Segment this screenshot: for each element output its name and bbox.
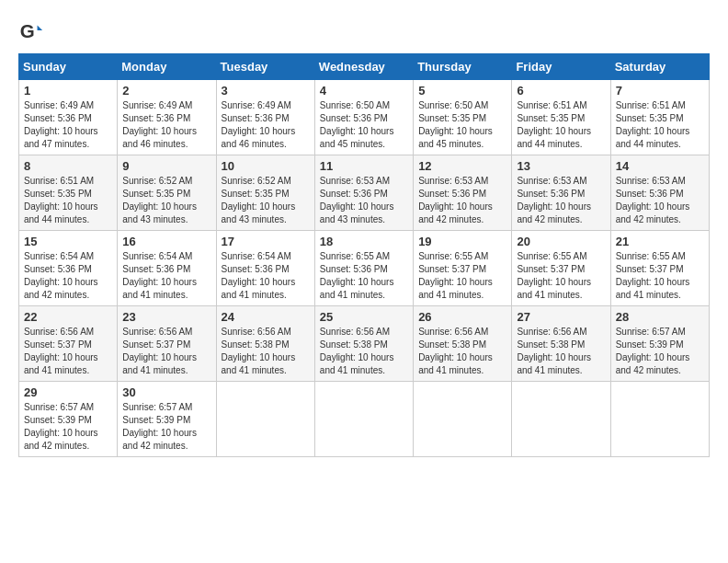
calendar-cell bbox=[216, 382, 314, 457]
calendar-week-row: 22Sunrise: 6:56 AMSunset: 5:37 PMDayligh… bbox=[19, 306, 710, 382]
cell-text: Sunrise: 6:54 AMSunset: 5:36 PMDaylight:… bbox=[24, 251, 98, 300]
cell-text: Sunrise: 6:55 AMSunset: 5:36 PMDaylight:… bbox=[320, 251, 394, 300]
calendar-header-row: SundayMondayTuesdayWednesdayThursdayFrid… bbox=[19, 54, 710, 80]
cell-text: Sunrise: 6:56 AMSunset: 5:38 PMDaylight:… bbox=[517, 327, 591, 375]
calendar-cell: 20Sunrise: 6:55 AMSunset: 5:37 PMDayligh… bbox=[512, 231, 610, 306]
cell-text: Sunrise: 6:57 AMSunset: 5:39 PMDaylight:… bbox=[24, 402, 98, 451]
day-number: 6 bbox=[517, 84, 605, 98]
calendar-day-header: Tuesday bbox=[216, 54, 314, 80]
cell-text: Sunrise: 6:57 AMSunset: 5:39 PMDaylight:… bbox=[122, 402, 197, 451]
calendar-cell: 24Sunrise: 6:56 AMSunset: 5:38 PMDayligh… bbox=[216, 306, 314, 382]
day-number: 3 bbox=[222, 84, 310, 98]
calendar-cell: 17Sunrise: 6:54 AMSunset: 5:36 PMDayligh… bbox=[216, 231, 314, 306]
calendar-cell: 25Sunrise: 6:56 AMSunset: 5:38 PMDayligh… bbox=[314, 306, 413, 382]
calendar-cell: 9Sunrise: 6:52 AMSunset: 5:35 PMDaylight… bbox=[118, 155, 216, 231]
day-number: 22 bbox=[24, 310, 112, 324]
cell-text: Sunrise: 6:54 AMSunset: 5:36 PMDaylight:… bbox=[122, 251, 197, 300]
calendar-day-header: Monday bbox=[118, 54, 216, 80]
day-number: 12 bbox=[418, 159, 506, 173]
cell-text: Sunrise: 6:56 AMSunset: 5:38 PMDaylight:… bbox=[418, 327, 493, 375]
cell-text: Sunrise: 6:50 AMSunset: 5:35 PMDaylight:… bbox=[418, 100, 493, 149]
day-number: 2 bbox=[122, 84, 210, 98]
calendar-cell: 22Sunrise: 6:56 AMSunset: 5:37 PMDayligh… bbox=[19, 306, 118, 382]
calendar-cell: 16Sunrise: 6:54 AMSunset: 5:36 PMDayligh… bbox=[118, 231, 216, 306]
day-number: 7 bbox=[616, 84, 704, 98]
cell-text: Sunrise: 6:51 AMSunset: 5:35 PMDaylight:… bbox=[616, 100, 690, 149]
calendar-cell: 29Sunrise: 6:57 AMSunset: 5:39 PMDayligh… bbox=[19, 382, 118, 457]
day-number: 29 bbox=[24, 385, 112, 399]
day-number: 20 bbox=[517, 235, 605, 248]
day-number: 25 bbox=[320, 310, 408, 324]
day-number: 4 bbox=[320, 84, 408, 98]
cell-text: Sunrise: 6:56 AMSunset: 5:38 PMDaylight:… bbox=[320, 327, 394, 375]
day-number: 14 bbox=[616, 159, 704, 173]
calendar-cell bbox=[414, 382, 512, 457]
calendar-cell: 1Sunrise: 6:49 AMSunset: 5:36 PMDaylight… bbox=[19, 80, 118, 155]
calendar-day-header: Wednesday bbox=[314, 54, 413, 80]
day-number: 23 bbox=[122, 310, 210, 324]
day-number: 28 bbox=[616, 310, 704, 324]
calendar-cell: 6Sunrise: 6:51 AMSunset: 5:35 PMDaylight… bbox=[512, 80, 610, 155]
calendar-day-header: Saturday bbox=[610, 54, 709, 80]
calendar-day-header: Thursday bbox=[414, 54, 512, 80]
cell-text: Sunrise: 6:49 AMSunset: 5:36 PMDaylight:… bbox=[122, 100, 197, 149]
calendar-cell: 10Sunrise: 6:52 AMSunset: 5:35 PMDayligh… bbox=[216, 155, 314, 231]
cell-text: Sunrise: 6:52 AMSunset: 5:35 PMDaylight:… bbox=[122, 176, 197, 224]
day-number: 21 bbox=[616, 235, 704, 248]
day-number: 11 bbox=[320, 159, 408, 173]
calendar-cell: 28Sunrise: 6:57 AMSunset: 5:39 PMDayligh… bbox=[610, 306, 709, 382]
calendar-cell: 15Sunrise: 6:54 AMSunset: 5:36 PMDayligh… bbox=[19, 231, 118, 306]
calendar-cell: 7Sunrise: 6:51 AMSunset: 5:35 PMDaylight… bbox=[610, 80, 709, 155]
cell-text: Sunrise: 6:49 AMSunset: 5:36 PMDaylight:… bbox=[24, 100, 98, 149]
calendar-cell: 26Sunrise: 6:56 AMSunset: 5:38 PMDayligh… bbox=[414, 306, 512, 382]
day-number: 19 bbox=[418, 235, 506, 248]
calendar-cell: 13Sunrise: 6:53 AMSunset: 5:36 PMDayligh… bbox=[512, 155, 610, 231]
calendar-cell: 3Sunrise: 6:49 AMSunset: 5:36 PMDaylight… bbox=[216, 80, 314, 155]
calendar-day-header: Sunday bbox=[19, 54, 118, 80]
cell-text: Sunrise: 6:55 AMSunset: 5:37 PMDaylight:… bbox=[517, 251, 591, 300]
day-number: 16 bbox=[122, 235, 210, 248]
cell-text: Sunrise: 6:53 AMSunset: 5:36 PMDaylight:… bbox=[320, 176, 394, 224]
header: G bbox=[18, 18, 710, 44]
calendar-cell bbox=[314, 382, 413, 457]
calendar-cell: 21Sunrise: 6:55 AMSunset: 5:37 PMDayligh… bbox=[610, 231, 709, 306]
calendar-week-row: 15Sunrise: 6:54 AMSunset: 5:36 PMDayligh… bbox=[19, 231, 710, 306]
day-number: 30 bbox=[122, 385, 210, 399]
calendar-cell: 30Sunrise: 6:57 AMSunset: 5:39 PMDayligh… bbox=[118, 382, 216, 457]
calendar-week-row: 1Sunrise: 6:49 AMSunset: 5:36 PMDaylight… bbox=[19, 80, 710, 155]
cell-text: Sunrise: 6:57 AMSunset: 5:39 PMDaylight:… bbox=[616, 327, 690, 375]
day-number: 10 bbox=[222, 159, 310, 173]
cell-text: Sunrise: 6:49 AMSunset: 5:36 PMDaylight:… bbox=[222, 100, 296, 149]
calendar-cell: 8Sunrise: 6:51 AMSunset: 5:35 PMDaylight… bbox=[19, 155, 118, 231]
calendar-cell: 19Sunrise: 6:55 AMSunset: 5:37 PMDayligh… bbox=[414, 231, 512, 306]
cell-text: Sunrise: 6:51 AMSunset: 5:35 PMDaylight:… bbox=[24, 176, 98, 224]
calendar-cell bbox=[512, 382, 610, 457]
cell-text: Sunrise: 6:53 AMSunset: 5:36 PMDaylight:… bbox=[616, 176, 690, 224]
logo-icon: G bbox=[18, 18, 44, 44]
calendar-cell: 4Sunrise: 6:50 AMSunset: 5:36 PMDaylight… bbox=[314, 80, 413, 155]
day-number: 1 bbox=[24, 84, 112, 98]
day-number: 8 bbox=[24, 159, 112, 173]
calendar-cell: 11Sunrise: 6:53 AMSunset: 5:36 PMDayligh… bbox=[314, 155, 413, 231]
calendar-cell: 2Sunrise: 6:49 AMSunset: 5:36 PMDaylight… bbox=[118, 80, 216, 155]
day-number: 26 bbox=[418, 310, 506, 324]
calendar-cell: 18Sunrise: 6:55 AMSunset: 5:36 PMDayligh… bbox=[314, 231, 413, 306]
day-number: 27 bbox=[517, 310, 605, 324]
cell-text: Sunrise: 6:53 AMSunset: 5:36 PMDaylight:… bbox=[418, 176, 493, 224]
logo: G bbox=[18, 18, 48, 44]
day-number: 5 bbox=[418, 84, 506, 98]
calendar-cell bbox=[610, 382, 709, 457]
day-number: 17 bbox=[222, 235, 310, 248]
calendar-cell: 23Sunrise: 6:56 AMSunset: 5:37 PMDayligh… bbox=[118, 306, 216, 382]
calendar-cell: 12Sunrise: 6:53 AMSunset: 5:36 PMDayligh… bbox=[414, 155, 512, 231]
calendar-week-row: 29Sunrise: 6:57 AMSunset: 5:39 PMDayligh… bbox=[19, 382, 710, 457]
day-number: 9 bbox=[122, 159, 210, 173]
calendar-cell: 27Sunrise: 6:56 AMSunset: 5:38 PMDayligh… bbox=[512, 306, 610, 382]
cell-text: Sunrise: 6:52 AMSunset: 5:35 PMDaylight:… bbox=[222, 176, 296, 224]
cell-text: Sunrise: 6:51 AMSunset: 5:35 PMDaylight:… bbox=[517, 100, 591, 149]
svg-text:G: G bbox=[20, 20, 35, 41]
calendar-cell: 14Sunrise: 6:53 AMSunset: 5:36 PMDayligh… bbox=[610, 155, 709, 231]
day-number: 24 bbox=[222, 310, 310, 324]
day-number: 13 bbox=[517, 159, 605, 173]
cell-text: Sunrise: 6:56 AMSunset: 5:38 PMDaylight:… bbox=[222, 327, 296, 375]
